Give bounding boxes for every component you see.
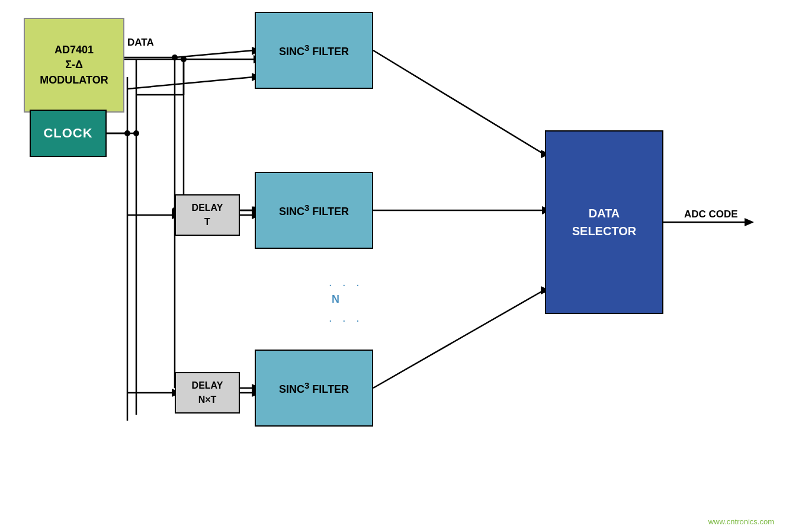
delay-1-block: DELAY T: [175, 194, 240, 236]
svg-point-24: [124, 130, 130, 136]
dots-above: . . .: [329, 275, 363, 289]
sinc-filter-2-text: SINC3 FILTER: [279, 201, 349, 220]
diagram-container: DATA ADC CODE N . . . . . . AD7401 Σ-Δ M…: [0, 0, 786, 532]
delay-1-text: DELAY T: [192, 201, 223, 229]
svg-line-14: [175, 50, 254, 57]
sinc-filter-1-text: SINC3 FILTER: [279, 41, 349, 60]
modulator-text: AD7401 Σ-Δ MODULATOR: [40, 43, 108, 88]
delay-2-text: DELAY N×T: [192, 379, 223, 407]
sinc-filter-3-text: SINC3 FILTER: [279, 379, 349, 398]
n-label: N: [332, 293, 339, 306]
dots-below: . . .: [329, 311, 363, 325]
adc-code-label: ADC CODE: [684, 209, 738, 220]
clock-text: CLOCK: [43, 126, 92, 141]
delay-2-block: DELAY N×T: [175, 372, 240, 414]
svg-point-8: [133, 130, 139, 136]
data-selector-block: DATA SELECTOR: [545, 130, 663, 314]
svg-marker-43: [745, 218, 754, 226]
modulator-block: AD7401 Σ-Δ MODULATOR: [24, 18, 124, 113]
data-selector-text: DATA SELECTOR: [572, 204, 637, 240]
sinc-filter-2-block: SINC3 FILTER: [255, 172, 373, 249]
svg-line-36: [373, 50, 544, 154]
svg-line-40: [373, 290, 544, 388]
clock-block: CLOCK: [30, 110, 107, 157]
sinc-filter-3-block: SINC3 FILTER: [255, 350, 373, 427]
svg-point-13: [172, 55, 178, 60]
data-label: DATA: [127, 37, 154, 49]
svg-line-26: [127, 77, 254, 89]
svg-point-1: [181, 56, 187, 62]
sinc-filter-1-block: SINC3 FILTER: [255, 12, 373, 89]
watermark: www.cntronics.com: [708, 517, 774, 526]
